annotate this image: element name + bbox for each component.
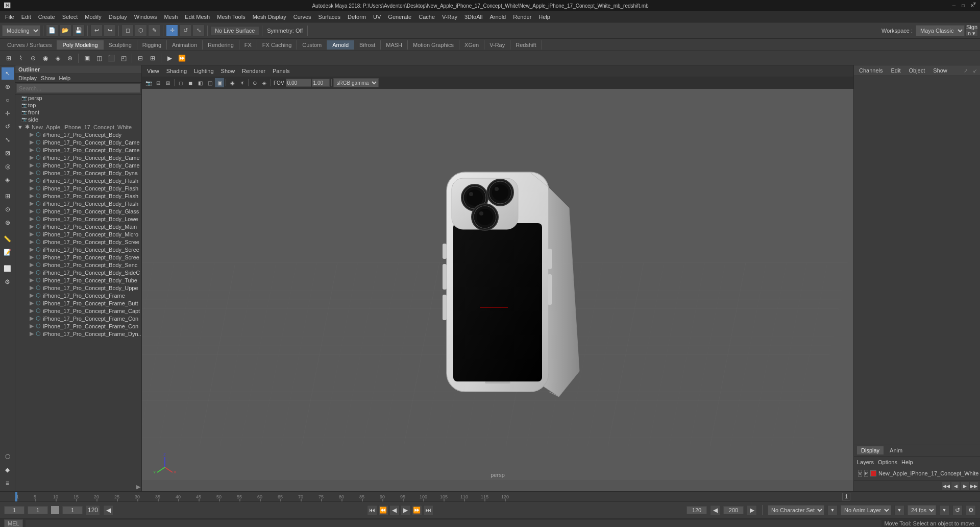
move-btn[interactable]: ✛: [2, 107, 14, 119]
frame-display[interactable]: [62, 506, 83, 514]
list-item[interactable]: ▶ ⬡ iPhone_17_Pro_Concept_Body_Came: [15, 161, 141, 169]
rotate-btn[interactable]: ↺: [2, 121, 14, 133]
hypershade-btn[interactable]: ◆: [2, 464, 14, 476]
snap-point-btn[interactable]: ⊙: [28, 53, 39, 64]
undo-btn[interactable]: ↩: [90, 25, 103, 37]
snap-grid-btn[interactable]: ⊞: [3, 53, 14, 64]
list-item[interactable]: ▶ ⬡ iPhone_17_Pro_Concept_Frame_Con: [15, 315, 141, 322]
tab-animation[interactable]: Animation: [167, 40, 203, 50]
snap-view-btn[interactable]: ◈: [52, 53, 63, 64]
vp-wire-shaded-btn[interactable]: ◧: [195, 78, 205, 87]
menu-vray[interactable]: V-Ray: [439, 13, 460, 21]
menu-mesh-display[interactable]: Mesh Display: [250, 13, 289, 21]
vp-menu-view[interactable]: View: [144, 67, 162, 75]
tab-object[interactable]: Object: [906, 66, 927, 75]
tab-channels[interactable]: Channels: [857, 66, 885, 75]
character-btn[interactable]: ▼: [827, 505, 838, 515]
mel-input[interactable]: [25, 519, 883, 528]
current-frame-input[interactable]: [28, 506, 48, 514]
render-frame-btn[interactable]: ▶: [164, 53, 175, 64]
minimize-button[interactable]: ─: [950, 2, 958, 9]
vp-persp-btn[interactable]: ⊞: [163, 78, 173, 87]
menu-file[interactable]: File: [2, 13, 17, 21]
rp-collapse-icon[interactable]: ↙: [973, 68, 977, 74]
menu-select[interactable]: Select: [59, 13, 81, 21]
tab-curves-surfaces[interactable]: Curves / Surfaces: [2, 40, 57, 50]
new-file-btn[interactable]: 📄: [46, 25, 58, 37]
list-item[interactable]: ▶ ⬡ iPhone_17_Pro_Concept_Body_Scree: [15, 246, 141, 253]
universal-manip[interactable]: ⊠: [2, 147, 14, 159]
list-item[interactable]: ▶ ⬡ iPhone_17_Pro_Concept_Body_Scree: [15, 238, 141, 246]
tab-fx[interactable]: FX: [239, 40, 257, 50]
list-item[interactable]: ▶ ⬡ iPhone_17_Pro_Concept_Body_Dyna: [15, 169, 141, 177]
redo-btn[interactable]: ↪: [104, 25, 116, 37]
menu-edit-mesh[interactable]: Edit Mesh: [182, 13, 213, 21]
list-item[interactable]: ▶ ⬡ iPhone_17_Pro_Concept_Frame_Capt: [15, 307, 141, 315]
prev-frame-btn[interactable]: ⏪: [378, 505, 388, 515]
attribute-btn[interactable]: ≡: [2, 477, 14, 489]
max-frame-input[interactable]: [723, 506, 744, 514]
tab-vray[interactable]: V-Ray: [484, 40, 510, 50]
show-manip[interactable]: ◈: [2, 174, 14, 186]
maximize-button[interactable]: □: [960, 2, 967, 9]
rp-next2-btn[interactable]: ▶▶: [970, 482, 978, 490]
show-hud-btn[interactable]: ⊞: [147, 53, 158, 64]
vp-tex-btn[interactable]: ◉: [228, 78, 237, 87]
vp-fit-btn[interactable]: ⊟: [154, 78, 163, 87]
menu-deform[interactable]: Deform: [345, 13, 369, 21]
rp-expand-icon[interactable]: ↗: [964, 68, 968, 74]
anim-layer-dropdown[interactable]: No Anim Layer: [841, 505, 891, 515]
tab-xgen[interactable]: XGen: [459, 40, 484, 50]
rp-next-btn[interactable]: ▶: [961, 482, 969, 490]
outliner-item-persp[interactable]: 📷 persp: [15, 94, 141, 102]
tab-redshift[interactable]: Redshift: [510, 40, 542, 50]
rp-prev-btn[interactable]: ◀◀: [942, 482, 950, 490]
outliner-menu-display[interactable]: Display: [18, 75, 37, 81]
vp-menu-renderer[interactable]: Renderer: [239, 67, 268, 75]
tab-show[interactable]: Show: [931, 66, 949, 75]
paint-btn[interactable]: ⊕: [2, 81, 14, 93]
tab-sculpting[interactable]: Sculpting: [104, 40, 137, 50]
list-item[interactable]: ▶ ⬡ iPhone_17_Pro_Concept_Body_Glass: [15, 207, 141, 215]
vp-xray-btn[interactable]: ◈: [260, 78, 269, 87]
paint-select[interactable]: ✎: [148, 25, 160, 37]
menu-mesh[interactable]: Mesh: [161, 13, 181, 21]
vp-smooth-btn[interactable]: ◼: [186, 78, 195, 87]
refresh-btn[interactable]: ↺: [952, 505, 963, 515]
play-forward-btn[interactable]: ▶: [401, 505, 411, 515]
snap-grid-tool[interactable]: ⊞: [2, 190, 14, 202]
list-item[interactable]: ▶ ⬡ iPhone_17_Pro_Concept_Frame: [15, 292, 141, 299]
tab-mash[interactable]: MASH: [381, 40, 408, 50]
list-item[interactable]: ▶ ⬡ iPhone_17_Pro_Concept_Body_Lowe: [15, 215, 141, 223]
soft-mod[interactable]: ◎: [2, 160, 14, 173]
go-to-end-btn[interactable]: ⏭: [423, 505, 433, 515]
list-item[interactable]: ▶ ⬡ iPhone_17_Pro_Concept_Body_Came: [15, 154, 141, 161]
vp-shaded-btn[interactable]: ▣: [215, 78, 224, 87]
character-set-dropdown[interactable]: No Character Set: [768, 505, 824, 515]
transform-btn[interactable]: ▣: [81, 53, 92, 64]
fov-input[interactable]: [286, 79, 311, 87]
list-item[interactable]: ▶ ⬡ iPhone_17_Pro_Concept_Body_Main: [15, 223, 141, 230]
list-item[interactable]: ▶ ⬡ iPhone_17_Pro_Concept_Body_Flash: [15, 177, 141, 184]
measure-tool[interactable]: 📏: [2, 233, 14, 245]
list-item[interactable]: ▶ ⬡ iPhone_17_Pro_Concept_Body_Uppe: [15, 284, 141, 292]
max-frame-btn[interactable]: ▶: [747, 505, 757, 515]
viewport[interactable]: View Shading Lighting Show Renderer Pane…: [142, 65, 853, 491]
list-item[interactable]: ▶ ⬡ iPhone_17_Pro_Concept_Body_Tube: [15, 276, 141, 284]
snap-live-btn[interactable]: ⊛: [64, 53, 76, 64]
layer-p-btn[interactable]: P: [864, 470, 868, 477]
frame-end-indicator[interactable]: ◀: [103, 505, 113, 515]
tab-custom[interactable]: Custom: [297, 40, 327, 50]
start-frame-input[interactable]: [4, 506, 24, 514]
menu-modify[interactable]: Modify: [82, 13, 104, 21]
vp-menu-panels[interactable]: Panels: [270, 67, 293, 75]
snap-pt-tool[interactable]: ⊙: [2, 203, 14, 215]
tab-fx-caching[interactable]: FX Caching: [257, 40, 297, 50]
tab-arnold[interactable]: Arnold: [327, 40, 354, 50]
fps-dropdown[interactable]: 24 fps: [908, 505, 936, 515]
snap-surface-btn[interactable]: ◉: [40, 53, 51, 64]
tab-rigging[interactable]: Rigging: [137, 40, 167, 50]
menu-create[interactable]: Create: [35, 13, 58, 21]
menu-3dtoall[interactable]: 3DtoAll: [461, 13, 485, 21]
menu-arnold[interactable]: Arnold: [486, 13, 509, 21]
